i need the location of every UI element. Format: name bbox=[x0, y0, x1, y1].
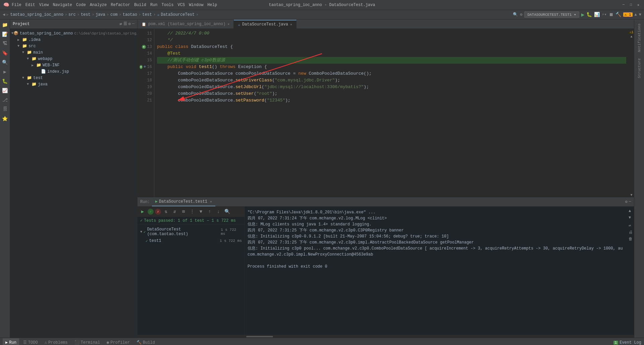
breadcrumb-class[interactable]: DataSourceTest bbox=[161, 12, 195, 17]
project-minimize-icon[interactable]: ─ bbox=[132, 21, 135, 26]
test-sort2-btn[interactable]: ⇵ bbox=[171, 208, 178, 215]
run-tab-close[interactable]: ✕ bbox=[210, 200, 212, 204]
maximize-button[interactable]: □ bbox=[629, 3, 633, 7]
breadcrumb-test2[interactable]: test bbox=[142, 12, 152, 17]
menu-tools[interactable]: Tools bbox=[162, 3, 174, 7]
test-item-test1[interactable]: ✓ test1 1 s 722 ms bbox=[138, 237, 245, 244]
nav-back-icon[interactable]: ◀ bbox=[3, 12, 5, 17]
tree-webinf[interactable]: ▶ 📁 WEB-INF bbox=[10, 62, 137, 68]
menu-refactor[interactable]: Refactor bbox=[111, 3, 130, 7]
run-tab-active[interactable]: ▶ DataSourceTest.test1 ✕ bbox=[152, 198, 215, 206]
menu-window[interactable]: Window bbox=[189, 3, 203, 7]
test-filter-btn[interactable]: ⊞ bbox=[180, 208, 187, 215]
project-collapse-icon[interactable]: ☰ bbox=[123, 21, 127, 26]
bottom-tab-profiler[interactable]: ◉ Profiler bbox=[104, 338, 132, 345]
tab-datasourcetest[interactable]: ☕ DataSourceTest.java ✕ bbox=[234, 20, 296, 28]
sidebar-bookmarks-icon[interactable]: 🔖 bbox=[1, 49, 9, 57]
test-more-btn[interactable]: ⋮ bbox=[189, 208, 196, 215]
minimize-button[interactable]: ─ bbox=[621, 3, 626, 7]
tree-src[interactable]: ▼ 📁 src bbox=[10, 43, 137, 49]
tree-indexjsp[interactable]: 📄 index.jsp bbox=[10, 68, 137, 75]
project-sync-icon[interactable]: ⇄ bbox=[119, 21, 122, 26]
scroll-down-btn[interactable]: ▼ bbox=[629, 215, 633, 221]
run-with-coverage-button[interactable]: 📊 bbox=[594, 12, 600, 17]
run-button[interactable]: ▶ bbox=[581, 11, 585, 18]
sidebar-label-structure[interactable]: Structure bbox=[636, 56, 643, 81]
tree-root[interactable]: ▼ 📦 taotao_spring_ioc_anno C:\idea\Sprin… bbox=[10, 30, 137, 37]
sidebar-commit-icon[interactable]: 📝 bbox=[1, 30, 9, 38]
tree-idea[interactable]: ▶ 📁 .idea bbox=[10, 37, 137, 43]
breadcrumb-java[interactable]: java bbox=[96, 12, 105, 17]
sidebar-debug-icon[interactable]: 🐛 bbox=[1, 77, 9, 85]
test-down-btn[interactable]: ↓ bbox=[215, 208, 222, 215]
code-content[interactable]: // 2022/4/7 0:00 */ public class DataSou… bbox=[154, 29, 629, 197]
test-sort-btn[interactable]: ⇅ bbox=[162, 208, 170, 215]
build-button[interactable]: 🔨 bbox=[615, 12, 621, 17]
gutter-green-16[interactable]: ● bbox=[140, 65, 143, 69]
test-search-btn[interactable]: 🔍 bbox=[223, 208, 231, 215]
sidebar-search-icon[interactable]: 🔍 bbox=[1, 58, 9, 66]
menu-help[interactable]: Help bbox=[207, 3, 217, 7]
nav-settings-icon[interactable]: ⚙ bbox=[520, 12, 522, 17]
event-log-label[interactable]: Event Log bbox=[620, 340, 641, 345]
close-button[interactable]: ✕ bbox=[636, 3, 641, 7]
nav-search-icon[interactable]: 🔍 bbox=[513, 12, 518, 17]
java-tab-close[interactable]: ✕ bbox=[290, 22, 292, 26]
sidebar-structure-icon[interactable]: 🏗 bbox=[1, 40, 9, 48]
test-suite-item[interactable]: ▼ ✓ DataSourceTest (com.taotao.test) 1 s… bbox=[138, 226, 245, 237]
scroll-up-btn[interactable]: ▲ bbox=[629, 208, 633, 214]
menu-build[interactable]: Build bbox=[134, 3, 146, 7]
bottom-tab-build[interactable]: 🔨 Build bbox=[134, 338, 158, 345]
run-config[interactable]: DATASOURCETEST.TEST1 ▾ bbox=[524, 11, 579, 18]
run-minimize-icon[interactable]: ─ bbox=[629, 199, 631, 204]
expand-icon[interactable]: ▲ bbox=[635, 12, 637, 17]
debug-button[interactable]: 🐛 bbox=[586, 12, 592, 17]
pom-tab-close[interactable]: ✕ bbox=[227, 22, 229, 26]
test-up-btn[interactable]: ↑ bbox=[206, 208, 213, 215]
clear-btn[interactable]: 🗑 bbox=[629, 236, 633, 242]
menu-run[interactable]: Run bbox=[150, 3, 158, 7]
title-bar-right[interactable]: ─ □ ✕ bbox=[621, 3, 641, 7]
more-run-options[interactable]: ⚡▾ bbox=[602, 12, 606, 17]
gutter-green-13[interactable]: ● bbox=[142, 45, 146, 49]
tab-pom-xml[interactable]: 📋 pom.xml (taotao_spring_ioc_anno) ✕ bbox=[138, 20, 234, 28]
menu-analyze[interactable]: Analyze bbox=[90, 3, 107, 7]
bottom-tab-todo[interactable]: ☰ TODO bbox=[20, 338, 41, 345]
event-log-area[interactable]: 1 Event Log bbox=[613, 340, 641, 345]
sidebar-run-icon[interactable]: ▶ bbox=[1, 68, 9, 76]
collapse-icon[interactable]: ▼ bbox=[639, 12, 641, 17]
scrollbar-thumb[interactable] bbox=[246, 336, 273, 337]
tree-webapp[interactable]: ▼ 📁 webapp bbox=[10, 56, 137, 62]
run-settings-icon[interactable]: ⚙ bbox=[625, 199, 628, 204]
menu-view[interactable]: View bbox=[39, 3, 49, 7]
code-editor[interactable]: 11 12 ● 13 14 15 ● ⊕ 16 17 18 19 bbox=[138, 29, 634, 197]
nav-forward-icon[interactable]: ▶ bbox=[6, 12, 9, 17]
test-expand-btn[interactable]: ▼ bbox=[197, 208, 205, 215]
soft-wrap-btn[interactable]: ⇌ bbox=[629, 223, 633, 229]
menu-vcs[interactable]: VCS bbox=[178, 3, 185, 7]
bottom-tab-terminal[interactable]: ⬛ Terminal bbox=[72, 338, 103, 345]
test-pass-filter[interactable]: ✓ bbox=[148, 209, 154, 215]
tree-test[interactable]: ▼ 📁 test bbox=[10, 75, 137, 81]
menu-bar[interactable]: File Edit View Navigate Code Analyze Ref… bbox=[12, 3, 217, 7]
tree-main[interactable]: ▼ 📁 main bbox=[10, 49, 137, 56]
menu-file[interactable]: File bbox=[12, 3, 21, 7]
menu-edit[interactable]: Edit bbox=[25, 3, 35, 7]
breadcrumb-src[interactable]: src bbox=[68, 12, 76, 17]
warning-badge[interactable]: ⚠ 1 bbox=[623, 12, 633, 17]
project-panel-actions[interactable]: ⇄ ☰ ⚙ ─ bbox=[119, 21, 135, 26]
sidebar-label-notifications[interactable]: Notifications bbox=[636, 21, 643, 55]
menu-navigate[interactable]: Navigate bbox=[53, 3, 72, 7]
sidebar-git-icon[interactable]: ⎇ bbox=[1, 96, 9, 104]
breadcrumb-com[interactable]: com bbox=[110, 12, 118, 17]
print-btn[interactable]: 🖨 bbox=[629, 229, 633, 235]
bottom-tab-problems[interactable]: ⚠ Problems bbox=[42, 338, 70, 345]
sidebar-profiler-icon[interactable]: 📈 bbox=[1, 86, 9, 94]
test-run-btn[interactable]: ▶ bbox=[139, 208, 146, 215]
console-output[interactable]: "C:\Program Files\Java\jdk1.8.0_201\bin\… bbox=[245, 207, 634, 335]
menu-code[interactable]: Code bbox=[76, 3, 86, 7]
sidebar-database-icon[interactable]: 🗄 bbox=[1, 105, 9, 113]
tree-java[interactable]: ▼ 📁 java bbox=[10, 81, 137, 87]
stop-button[interactable]: ⏹ bbox=[609, 12, 613, 17]
breadcrumb-test[interactable]: test bbox=[81, 12, 91, 17]
